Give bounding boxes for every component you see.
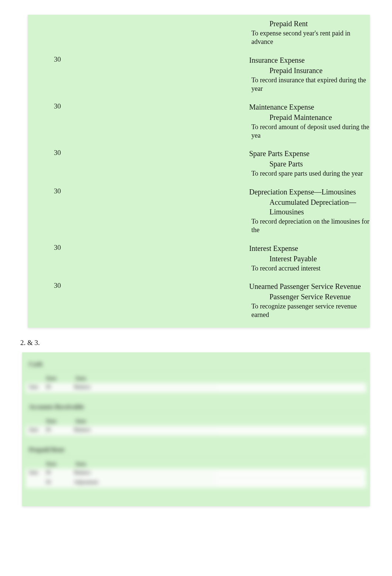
ledger-date — [26, 479, 45, 487]
journal-debit-row: 30 Depreciation Expense—Limousines — [28, 187, 370, 197]
ledger-account-name: Prepaid Rent — [26, 445, 366, 455]
ledger-ref: Adjustment — [74, 479, 217, 487]
journal-explanation: To record insurance that expired during … — [76, 76, 370, 93]
ledger-header-desc: Item — [76, 461, 223, 467]
journal-explanation: To record accrued interest — [76, 264, 370, 273]
ledger-row: June 30 Balance — [26, 469, 366, 478]
journal-debit-account: Interest Expense — [76, 244, 370, 253]
journal-entries-panel: Prepaid Rent To expense second year's re… — [28, 15, 370, 328]
journal-credit-row: Accumulated Depreciation—Limousines — [28, 197, 370, 217]
ledger-header-row: Date Item — [26, 460, 366, 469]
ledger-row: June 30 Balance — [26, 426, 366, 435]
journal-credit-account: Prepaid Insurance — [76, 66, 370, 75]
journal-explanation: To recognize passenger service revenue e… — [76, 302, 370, 320]
journal-explanation: To expense second year's rent paid in ad… — [76, 29, 370, 46]
journal-day: 30 — [28, 187, 76, 195]
ledger-account: Cash Date Item June 30 Balance — [26, 359, 366, 393]
journal-credit-account: Prepaid Maintenance — [76, 113, 370, 122]
journal-explanation: To record amount of deposit used during … — [76, 123, 370, 140]
journal-day: 30 — [28, 102, 76, 110]
ledger-header-desc: Item — [76, 376, 223, 382]
journal-explanation-row: To record depreciation on the limousines… — [28, 217, 370, 235]
journal-credit-account: Spare Parts — [76, 159, 370, 169]
journal-day: 30 — [28, 55, 76, 63]
ledger-date: June — [26, 427, 45, 434]
journal-debit-account: Unearned Passenger Service Revenue — [76, 282, 370, 291]
ledger-day: 30 — [45, 470, 74, 477]
journal-day: 30 — [28, 244, 76, 252]
journal-explanation: To record spare parts used during the ye… — [76, 169, 370, 178]
journal-debit-account: Spare Parts Expense — [76, 149, 370, 158]
journal-day: 30 — [28, 282, 76, 290]
journal-credit-row: Interest Payable — [28, 253, 370, 264]
journal-credit-row: Spare Parts — [28, 159, 370, 169]
journal-debit-row: 30 Unearned Passenger Service Revenue — [28, 281, 370, 292]
ledger-ref: Balance — [74, 470, 217, 477]
ledger-ref: Balance — [74, 384, 217, 392]
ledger-day: 30 — [45, 384, 74, 392]
ledger-panel: Cash Date Item June 30 Balance Accounts … — [22, 352, 370, 506]
journal-explanation: To record depreciation on the limousines… — [76, 217, 370, 235]
ledger-account: Prepaid Rent Date Item June 30 Balance 3… — [26, 445, 366, 488]
ledger-ref: Balance — [74, 427, 217, 434]
ledger-header-date: Date — [46, 461, 76, 467]
journal-debit-row: 30 Maintenance Expense — [28, 102, 370, 112]
journal-explanation-row: To record accrued interest — [28, 264, 370, 273]
ledger-account-name: Accounts Receivable — [26, 402, 366, 413]
journal-debit-account: Depreciation Expense—Limousines — [76, 187, 370, 197]
ledger-header-row: Date Item — [26, 417, 366, 426]
journal-explanation-row: To record insurance that expired during … — [28, 76, 370, 94]
section-label: 2. & 3. — [20, 339, 392, 347]
journal-explanation-row: To recognize passenger service revenue e… — [28, 302, 370, 320]
ledger-row: 30 Adjustment — [26, 478, 366, 488]
ledger-header-date: Date — [46, 376, 76, 382]
journal-credit-row: Prepaid Rent — [28, 18, 370, 29]
journal-day: 30 — [28, 149, 76, 157]
ledger-account-name: Cash — [26, 359, 366, 370]
ledger-header-desc: Item — [76, 418, 223, 424]
ledger-account: Accounts Receivable Date Item June 30 Ba… — [26, 402, 366, 435]
ledger-row: June 30 Balance — [26, 383, 366, 393]
journal-debit-row: 30 Interest Expense — [28, 243, 370, 253]
journal-credit-account: Interest Payable — [76, 254, 370, 263]
ledger-day: 30 — [45, 427, 74, 434]
journal-debit-row: 30 Insurance Expense — [28, 55, 370, 65]
journal-explanation-row: To record amount of deposit used during … — [28, 123, 370, 141]
journal-explanation-row: To record spare parts used during the ye… — [28, 169, 370, 178]
ledger-date: June — [26, 470, 45, 477]
journal-credit-row: Prepaid Insurance — [28, 65, 370, 76]
ledger-header-row: Date Item — [26, 374, 366, 383]
journal-debit-row: 30 Spare Parts Expense — [28, 148, 370, 159]
journal-debit-account: Maintenance Expense — [76, 102, 370, 112]
journal-debit-account: Insurance Expense — [76, 55, 370, 65]
journal-credit-account: Passenger Service Revenue — [76, 292, 370, 301]
journal-credit-row: Prepaid Maintenance — [28, 112, 370, 123]
journal-credit-account: Prepaid Rent — [76, 19, 370, 28]
ledger-day: 30 — [45, 479, 74, 487]
ledger-header-date: Date — [46, 418, 76, 424]
journal-credit-row: Passenger Service Revenue — [28, 292, 370, 302]
journal-explanation-row: To expense second year's rent paid in ad… — [28, 29, 370, 47]
ledger-date: June — [26, 384, 45, 392]
journal-credit-account: Accumulated Depreciation—Limousines — [76, 197, 370, 217]
